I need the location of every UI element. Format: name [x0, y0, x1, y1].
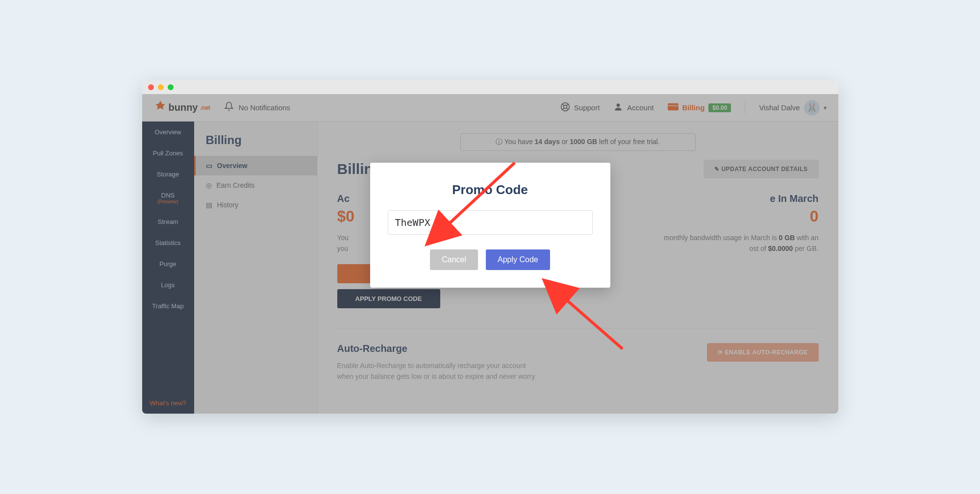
mac-titlebar: [142, 80, 838, 94]
modal-title: Promo Code: [388, 182, 593, 198]
apply-code-button[interactable]: Apply Code: [486, 249, 550, 270]
cancel-button[interactable]: Cancel: [430, 249, 478, 270]
close-window-icon[interactable]: [148, 84, 154, 90]
browser-window: bunny.net No Notifications Support Accou: [142, 80, 838, 414]
promo-code-modal: Promo Code Cancel Apply Code: [370, 163, 610, 288]
app-root: bunny.net No Notifications Support Accou: [142, 94, 838, 414]
minimize-window-icon[interactable]: [158, 84, 164, 90]
promo-code-input[interactable]: [388, 210, 593, 235]
maximize-window-icon[interactable]: [168, 84, 174, 90]
